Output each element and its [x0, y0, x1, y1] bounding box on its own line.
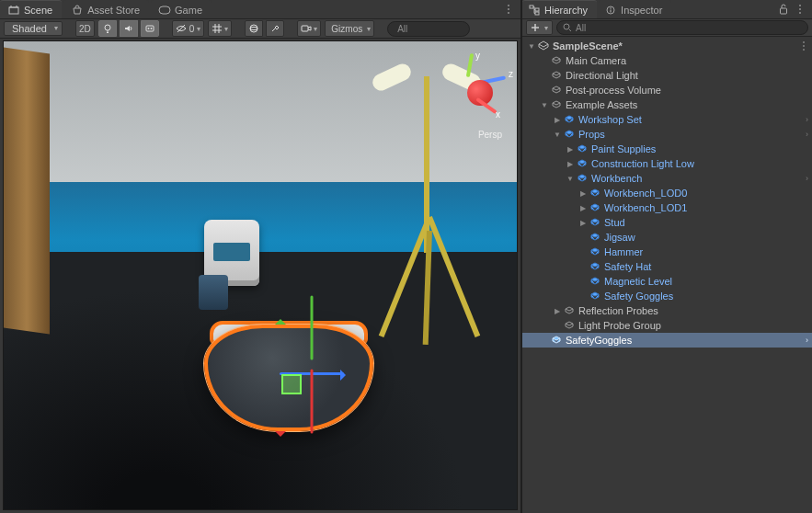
scene-tab-row: Scene Asset Store Game [0, 0, 520, 18]
svg-point-15 [250, 25, 257, 32]
svg-point-12 [147, 28, 149, 29]
create-dropdown[interactable] [526, 20, 553, 35]
expand-toggle-icon[interactable] [552, 116, 563, 124]
hierarchy-label: Props [578, 129, 605, 140]
hierarchy-row-workshop-set[interactable]: Workshop Set › [522, 112, 812, 127]
tab-inspector[interactable]: Inspector [599, 0, 671, 18]
prefab-open-icon[interactable]: › [806, 115, 808, 124]
hierarchy-label: Workbench_LOD1 [604, 202, 687, 213]
expand-toggle-icon[interactable] [539, 101, 550, 109]
scene-bg-beam [4, 48, 50, 335]
gameobject-icon [550, 56, 563, 65]
grid-visibility-toggle[interactable]: ▾ [208, 20, 232, 37]
hierarchy-search[interactable]: All [556, 20, 808, 35]
svg-point-8 [105, 25, 110, 30]
hierarchy-label: Jigsaw [604, 232, 635, 243]
hierarchy-row-jigsaw[interactable]: Jigsaw [522, 230, 812, 245]
expand-toggle-icon[interactable] [565, 160, 576, 168]
svg-point-16 [250, 27, 257, 29]
prefab-open-icon[interactable]: › [806, 174, 808, 183]
hierarchy-row-directional-light[interactable]: Directional Light [522, 68, 812, 83]
svg-point-13 [150, 28, 152, 29]
prefab-icon [576, 174, 589, 183]
expand-toggle-icon[interactable] [552, 131, 563, 139]
tool-handle-position[interactable] [266, 20, 284, 37]
mode-2d-toggle[interactable]: 2D [75, 20, 95, 37]
expand-toggle-icon[interactable] [578, 204, 589, 212]
search-icon [563, 23, 572, 32]
tab-asset-store[interactable]: Asset Store [63, 0, 149, 18]
tab-game[interactable]: Game [151, 0, 212, 18]
hierarchy-label: Reflection Probes [578, 305, 658, 316]
svg-rect-0 [9, 7, 18, 14]
lock-icon[interactable] [777, 3, 790, 16]
right-tab-menu-icon[interactable] [794, 3, 806, 16]
prefab-icon [589, 188, 601, 198]
prefab-open-icon[interactable]: › [806, 130, 808, 139]
scene-selected-goggles [197, 308, 381, 437]
scene-fx-toggle[interactable] [141, 20, 159, 37]
shading-mode-dropdown[interactable]: Shaded [4, 21, 63, 36]
scene-visibility-layers-dropdown[interactable]: 0 ▾ [172, 20, 205, 37]
scene-viewport[interactable]: y z x Persp [3, 40, 518, 510]
hierarchy-search-input[interactable] [589, 22, 802, 33]
hierarchy-row-workbench-lod1[interactable]: Workbench_LOD1 [522, 200, 812, 215]
asset-store-icon [71, 4, 84, 17]
camera-icon [301, 24, 312, 33]
hierarchy-row-stud[interactable]: Stud [522, 215, 812, 230]
scene-search[interactable]: All [387, 21, 470, 37]
hierarchy-row-safety-goggles-selected[interactable]: SafetyGoggles › [522, 333, 812, 348]
scene-search-scope: All [397, 24, 407, 34]
svg-point-6 [508, 8, 509, 10]
tab-hierarchy[interactable]: Hierarchy [522, 0, 597, 18]
tab-scene-label: Scene [24, 5, 52, 16]
svg-point-35 [803, 45, 805, 47]
hierarchy-label: SafetyGoggles [566, 335, 632, 346]
hierarchy-row-example-assets[interactable]: Example Assets [522, 97, 812, 112]
grid-icon [212, 23, 223, 34]
fx-icon [144, 23, 155, 34]
hierarchy-icon [528, 4, 541, 17]
hierarchy-row-paint-supplies[interactable]: Paint Supplies [522, 142, 812, 156]
kebab-icon[interactable] [799, 40, 808, 51]
expand-toggle-icon[interactable] [578, 189, 589, 198]
plus-icon [531, 23, 540, 32]
expand-toggle-icon[interactable] [552, 307, 563, 315]
hierarchy-row-workbench-lod0[interactable]: Workbench_LOD0 [522, 186, 812, 200]
hierarchy-row-main-camera[interactable]: Main Camera [522, 53, 812, 68]
expand-toggle-icon[interactable] [526, 42, 537, 51]
hierarchy-row-props[interactable]: Props › [522, 127, 812, 142]
scene-search-input[interactable] [411, 23, 538, 34]
hierarchy-label: Directional Light [566, 70, 638, 81]
svg-point-7 [508, 12, 509, 14]
scene-lighting-toggle[interactable] [98, 20, 117, 37]
prefab-open-icon[interactable]: › [806, 336, 808, 345]
hierarchy-label: Hammer [604, 246, 643, 257]
hierarchy-label: Paint Supplies [591, 143, 656, 154]
hierarchy-label: Light Probe Group [578, 320, 661, 331]
hierarchy-row-post-process[interactable]: Post-process Volume [522, 83, 812, 97]
tool-handle-rotation[interactable] [245, 20, 263, 37]
expand-toggle-icon[interactable] [565, 145, 576, 154]
scene-camera-dropdown[interactable]: ▾ [297, 20, 321, 37]
hierarchy-tree[interactable]: SampleScene* Main Camera Directional Lig… [522, 37, 812, 513]
hierarchy-row-safety-goggles-child[interactable]: Safety Goggles [522, 289, 812, 303]
gizmos-dropdown[interactable]: Gizmos ▾ [325, 20, 374, 37]
scene-audio-toggle[interactable] [120, 20, 138, 37]
hierarchy-row-reflection-probes[interactable]: Reflection Probes [522, 303, 812, 318]
hierarchy-row-hammer[interactable]: Hammer [522, 245, 812, 259]
hierarchy-row-magnetic-level[interactable]: Magnetic Level [522, 274, 812, 289]
tab-scene[interactable]: Scene [0, 0, 62, 18]
hierarchy-row-construction-light[interactable]: Construction Light Low [522, 156, 812, 171]
expand-toggle-icon[interactable] [578, 219, 589, 227]
scene-tab-menu-icon[interactable] [502, 3, 515, 16]
globe-icon [248, 23, 259, 34]
scene-root-row[interactable]: SampleScene* [522, 39, 812, 53]
hierarchy-row-safety-hat[interactable]: Safety Hat [522, 259, 812, 274]
expand-toggle-icon[interactable] [565, 175, 576, 183]
tab-inspector-label: Inspector [621, 5, 662, 16]
hierarchy-label: Magnetic Level [604, 276, 672, 287]
hierarchy-row-workbench[interactable]: Workbench › [522, 171, 812, 186]
gameobject-icon [563, 306, 576, 315]
hierarchy-row-light-probe-group[interactable]: Light Probe Group [522, 318, 812, 333]
